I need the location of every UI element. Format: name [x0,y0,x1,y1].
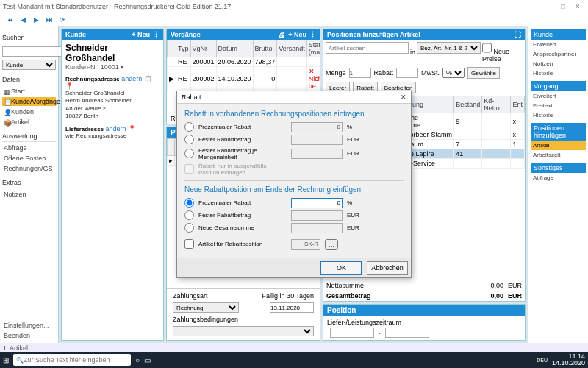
taskbar[interactable]: ⊞ 🔍 Zur Suche Text hier eingeben ○ ▭ DEU… [0,352,588,368]
nur-ausgewahlte-check[interactable] [184,164,194,174]
cancel-button[interactable]: Abbrechen [367,261,408,275]
dialog-close-icon[interactable]: ✕ [401,93,406,101]
rabatt-dialog: Rabatt✕ Rabatt in vorhandenen Rechnungsp… [176,91,412,278]
festje-input[interactable] [291,149,343,159]
radio-neue-gesamt[interactable] [184,223,194,233]
radio-prozent1[interactable] [184,122,194,132]
radio-fest1[interactable] [184,135,194,144]
fest2-input[interactable] [291,210,343,221]
fest1-input[interactable] [291,135,343,145]
ok-button[interactable]: OK [320,261,362,275]
clock[interactable]: 11:1414.10.2020 [552,353,585,367]
artikel-rabatt-input[interactable] [291,239,320,250]
radio-fest2[interactable] [184,210,194,220]
dialog-section2: Neue Rabattposition am Ende der Rechnung… [184,185,404,194]
cortana-icon[interactable]: ○ [135,356,140,364]
dialog-title: Rabatt [182,93,201,101]
radio-prozent2[interactable] [184,198,194,208]
dialog-section1: Rabatt in vorhandenen Rechnungspositione… [184,110,404,118]
taskbar-search[interactable]: 🔍 Zur Suche Text hier eingeben [13,354,131,366]
artikel-rabatt-check[interactable] [184,239,194,249]
prozent2-input[interactable] [291,198,343,208]
neue-gesamt-input[interactable] [291,223,343,233]
start-icon[interactable]: ⊞ [3,356,9,364]
taskview-icon[interactable]: ▭ [144,356,151,364]
prozent1-input[interactable] [291,122,343,132]
artikel-browse-button[interactable]: … [325,239,338,250]
radio-festje[interactable] [184,149,194,158]
